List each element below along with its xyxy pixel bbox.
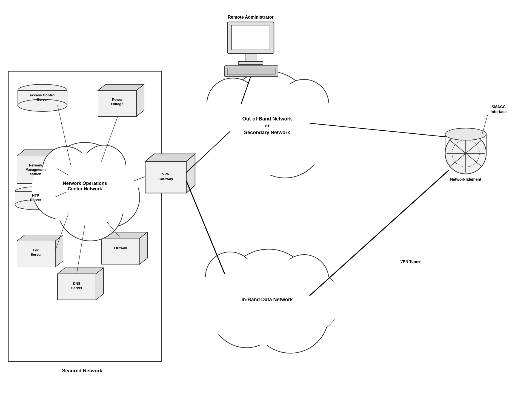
- svg-text:Network: Network: [29, 163, 42, 167]
- svg-line-70: [310, 170, 449, 296]
- svg-rect-60: [227, 22, 274, 53]
- svg-text:Interface: Interface: [491, 110, 507, 114]
- diagram-svg: Network Operations Center Network Remote…: [0, 0, 532, 394]
- svg-text:Server: Server: [37, 97, 48, 102]
- svg-rect-22: [101, 238, 140, 264]
- svg-point-39: [247, 101, 323, 178]
- svg-marker-26: [145, 154, 195, 162]
- svg-line-52: [449, 140, 482, 167]
- svg-line-68: [186, 181, 225, 274]
- svg-text:Remote Administrator: Remote Administrator: [228, 15, 273, 19]
- svg-point-7: [15, 200, 56, 210]
- svg-point-57: [445, 128, 486, 140]
- out-of-band-cloud: [193, 71, 341, 178]
- secured-network-rect: [8, 71, 162, 361]
- svg-line-73: [57, 168, 68, 175]
- svg-text:Gateway: Gateway: [158, 177, 173, 181]
- svg-point-44: [197, 268, 263, 334]
- svg-rect-13: [17, 241, 55, 267]
- svg-rect-65: [227, 68, 275, 75]
- svg-line-53: [449, 140, 482, 167]
- svg-point-45: [274, 268, 340, 334]
- svg-text:DNS: DNS: [73, 281, 81, 286]
- svg-text:Server: Server: [30, 198, 41, 202]
- svg-text:Secured Network: Secured Network: [62, 368, 102, 373]
- svg-marker-15: [55, 235, 63, 267]
- svg-marker-20: [98, 84, 144, 90]
- svg-line-67: [186, 131, 230, 172]
- svg-point-56: [452, 140, 479, 167]
- svg-marker-14: [17, 235, 63, 241]
- svg-line-69: [310, 123, 447, 137]
- svg-point-29: [33, 164, 88, 219]
- svg-text:Network Operations: Network Operations: [63, 181, 107, 186]
- svg-rect-19: [98, 90, 136, 116]
- svg-point-43: [225, 249, 312, 337]
- svg-rect-64: [225, 66, 278, 77]
- svg-text:NTP: NTP: [32, 193, 39, 197]
- svg-point-38: [216, 101, 288, 172]
- svg-rect-62: [245, 53, 256, 62]
- diagram-container: Network Operations Center Network Remote…: [0, 0, 532, 394]
- svg-point-30: [79, 167, 140, 227]
- svg-point-34: [32, 153, 138, 225]
- svg-text:Secondary Network: Secondary Network: [244, 130, 290, 135]
- svg-marker-23: [101, 232, 147, 238]
- svg-point-46: [211, 277, 282, 348]
- svg-point-49: [279, 255, 329, 304]
- svg-marker-27: [186, 154, 195, 193]
- svg-point-33: [82, 145, 126, 189]
- svg-marker-11: [17, 149, 65, 156]
- svg-line-77: [101, 116, 118, 162]
- svg-text:Out-of-Band Network: Out-of-Band Network: [242, 116, 292, 122]
- svg-rect-16: [58, 274, 96, 300]
- svg-rect-1: [18, 90, 67, 105]
- svg-point-31: [58, 175, 123, 241]
- svg-text:Outage: Outage: [111, 102, 124, 106]
- svg-text:Access Control: Access Control: [29, 93, 55, 97]
- svg-rect-6: [15, 192, 56, 205]
- svg-rect-61: [231, 25, 270, 50]
- svg-text:Log: Log: [33, 248, 39, 252]
- svg-point-48: [205, 252, 255, 301]
- svg-rect-63: [238, 62, 263, 64]
- svg-text:Power: Power: [112, 97, 122, 102]
- svg-line-78: [107, 222, 121, 238]
- svg-line-107: [482, 115, 488, 134]
- svg-text:Center Network: Center Network: [68, 186, 102, 191]
- svg-marker-24: [140, 232, 147, 264]
- svg-text:VPN Tunnel: VPN Tunnel: [400, 259, 422, 264]
- svg-point-41: [279, 79, 329, 129]
- svg-point-51: [445, 133, 486, 174]
- svg-point-47: [252, 277, 329, 353]
- svg-text:or: or: [265, 123, 270, 128]
- svg-rect-10: [17, 156, 57, 183]
- svg-point-2: [18, 99, 67, 111]
- svg-text:VPN: VPN: [162, 172, 170, 176]
- svg-marker-18: [96, 268, 104, 300]
- svg-text:Station: Station: [30, 172, 41, 176]
- svg-rect-25: [145, 162, 186, 193]
- svg-text:In-Band Data Network: In-Band Data Network: [241, 297, 293, 302]
- svg-text:SMACC: SMACC: [491, 105, 505, 109]
- svg-marker-17: [58, 268, 104, 274]
- svg-point-36: [200, 93, 266, 159]
- svg-point-35: [225, 71, 312, 159]
- svg-text:Server: Server: [71, 286, 82, 290]
- svg-line-76: [77, 225, 85, 274]
- svg-line-72: [58, 105, 71, 167]
- svg-text:Server: Server: [31, 252, 42, 257]
- svg-text:Management: Management: [25, 168, 45, 172]
- svg-point-37: [271, 93, 337, 159]
- svg-point-50: [193, 257, 341, 345]
- svg-line-74: [55, 192, 67, 197]
- noc-cloud: [32, 142, 140, 241]
- svg-marker-12: [57, 149, 65, 183]
- svg-point-5: [15, 187, 56, 197]
- svg-point-32: [42, 146, 89, 193]
- svg-text:Firewall: Firewall: [114, 246, 127, 250]
- svg-point-28: [47, 142, 123, 219]
- svg-line-71: [134, 177, 145, 181]
- svg-line-75: [55, 214, 68, 252]
- svg-text:Network Element: Network Element: [450, 177, 481, 182]
